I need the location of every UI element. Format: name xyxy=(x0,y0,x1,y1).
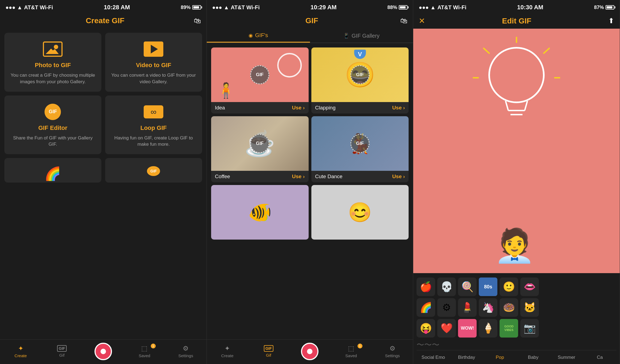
sticker-apple[interactable]: 🍎 xyxy=(417,278,435,296)
nav-create-gif[interactable]: ✦ Create xyxy=(218,345,237,358)
settings-nav-label: Settings xyxy=(178,353,193,358)
sticker-lipstick[interactable]: 💄 xyxy=(458,298,477,317)
tab-gif-gallery[interactable]: 📱 GIF Gallery xyxy=(310,28,413,43)
partial-card-2[interactable]: GIF xyxy=(105,158,202,183)
gif-label-tab: Gif xyxy=(266,353,271,357)
photo-gif-desc: You can creat a GIF by choosing multiple… xyxy=(10,72,96,85)
partial-icon-1: 🌈 xyxy=(45,166,61,181)
gif-gallery-screen: ●●● ▲ AT&T Wi-Fi 10:29 AM 88% GIF 🛍 ◉ GI… xyxy=(207,0,414,364)
loop-gif-card[interactable]: ∞ Loop GIF Having fun on GIF, create Loo… xyxy=(105,96,202,154)
sticker-row-2: 🌈 ⚙ 💄 🦄 🍩 🐱 xyxy=(417,298,616,317)
sticker-goodvibes[interactable]: GOOD VIBES xyxy=(500,319,518,338)
category-summer[interactable]: Summer xyxy=(550,353,583,362)
lightbulb-svg xyxy=(473,37,560,141)
gif-card-idea[interactable]: 🧍 GIF Idea Use › xyxy=(211,47,309,114)
sticker-camera[interactable]: 📷 xyxy=(520,319,539,338)
idea-use-button[interactable]: Use › xyxy=(292,105,305,111)
gif-card-5[interactable]: 🐠 xyxy=(211,185,309,240)
nav-gif[interactable]: GIF Gif xyxy=(52,345,72,357)
dance-footer: Cute Dance Use › xyxy=(311,171,409,182)
dance-gif-badge: GIF xyxy=(350,134,370,153)
sticker-unicorn[interactable]: 🦄 xyxy=(479,298,497,317)
video-gif-desc: You can convert a video to GIF from your… xyxy=(111,72,197,85)
record-dot xyxy=(101,349,106,354)
gif-editor-desc: Share the Fun of GIF with your Gallery G… xyxy=(10,135,96,148)
sticker-cat[interactable]: 🐱 xyxy=(520,298,539,317)
status-carrier-create: ●●● ▲ AT&T Wi-Fi xyxy=(5,4,53,11)
sticker-skull[interactable]: 💀 xyxy=(437,278,456,296)
sticker-tongue[interactable]: 😝 xyxy=(417,319,435,338)
gif-nav-label: Gif xyxy=(59,353,64,357)
wifi-icon-gif: ▲ xyxy=(224,4,229,11)
idea-sticker-figure: 🧍 xyxy=(217,82,235,99)
clapping-use-button[interactable]: Use › xyxy=(392,105,405,111)
gif-card-6[interactable]: 😊 xyxy=(311,185,409,240)
coffee-name: Coffee xyxy=(215,174,230,180)
dance-name: Cute Dance xyxy=(315,174,343,180)
clapping-footer: Clapping Use › xyxy=(311,102,409,114)
category-baby[interactable]: Baby xyxy=(516,353,550,362)
video-icon-wrap xyxy=(143,41,164,57)
coffee-use-button[interactable]: Use › xyxy=(292,174,305,180)
nav-saved-gif[interactable]: ⬚ Saved 1 xyxy=(342,345,361,358)
gif-card-dance[interactable]: 💃 GIF Cute Dance Use › xyxy=(311,116,409,182)
dance-use-button[interactable]: Use › xyxy=(392,174,405,180)
sticker-eye-gear[interactable]: ⚙ xyxy=(437,298,456,317)
saved-label-gif: Saved xyxy=(345,353,357,358)
nav-record-gif[interactable] xyxy=(300,343,319,360)
nav-gif-tab[interactable]: GIF Gif xyxy=(259,345,278,357)
sticker-donut[interactable]: 🍩 xyxy=(500,298,518,317)
sticker-wow[interactable]: WOW! xyxy=(458,319,477,338)
gif-content: 🧍 GIF Idea Use › 😄 V GIF Clapping xyxy=(207,43,413,339)
sticker-icecream[interactable]: 🍦 xyxy=(479,319,497,338)
video-icon xyxy=(144,41,163,57)
nav-saved[interactable]: ⬚ Saved 1 xyxy=(135,345,154,358)
idea-thumbnail: 🧍 GIF xyxy=(211,47,309,102)
status-time-gif: 10:29 AM xyxy=(311,4,337,11)
shop-icon-create[interactable]: 🛍 xyxy=(194,17,201,25)
edit-canvas[interactable]: 🧑‍💼 xyxy=(413,29,620,273)
category-ca[interactable]: Ca xyxy=(583,353,616,362)
gif-editor-card[interactable]: GIF GIF Editor Share the Fun of GIF with… xyxy=(4,96,101,154)
record-button-gif[interactable] xyxy=(301,343,318,360)
category-pop[interactable]: Pop xyxy=(483,353,516,362)
video-to-gif-card[interactable]: Video to GIF You can convert a video to … xyxy=(105,33,202,92)
saved-nav-icon: ⬚ xyxy=(141,345,147,352)
sticker-lollipop[interactable]: 🍭 xyxy=(458,278,477,296)
close-button-edit[interactable]: ✕ xyxy=(419,16,425,25)
gifs-tab-label: GIF's xyxy=(255,32,268,38)
face-emoji: 😊 xyxy=(348,201,372,223)
nav-settings-gif[interactable]: ⚙ Settings xyxy=(383,345,402,358)
category-social-emo[interactable]: Social Emo xyxy=(417,353,450,362)
sticker-heart[interactable]: ❤️ xyxy=(437,319,456,338)
tab-gifs[interactable]: ◉ GIF's xyxy=(207,28,310,43)
shop-icon-gif[interactable]: 🛍 xyxy=(400,17,408,25)
signal-icon-gif: ●●● xyxy=(212,4,222,11)
mountain-shape xyxy=(46,47,60,54)
clapping-thumbnail: 😄 V GIF xyxy=(311,47,409,102)
status-carrier-edit: ●●● ▲ AT&T Wi-Fi xyxy=(419,4,466,11)
nav-record-create[interactable] xyxy=(94,343,113,360)
sticker-rainbow[interactable]: 🌈 xyxy=(417,298,435,317)
sticker-80s[interactable]: 80s xyxy=(479,278,497,296)
sticker-lips[interactable]: 👄 xyxy=(520,278,539,296)
header-gif: GIF 🛍 xyxy=(207,14,413,28)
create-label-gif: Create xyxy=(221,353,234,358)
idea-ring xyxy=(277,53,302,77)
gif-card-coffee[interactable]: ☕ GIF Coffee Use › xyxy=(211,116,309,182)
signal-icon-edit: ●●● xyxy=(419,4,429,11)
item6-thumbnail: 😊 xyxy=(311,185,409,240)
settings-label-gif: Settings xyxy=(385,353,400,358)
partial-card-1[interactable]: 🌈 xyxy=(4,158,101,183)
nav-settings[interactable]: ⚙ Settings xyxy=(176,345,195,358)
sticker-smile[interactable]: 🙂 xyxy=(500,278,518,296)
gif-card-clapping[interactable]: 😄 V GIF Clapping Use › xyxy=(311,47,409,114)
nav-create[interactable]: ✦ Create xyxy=(11,345,30,358)
share-icon-edit[interactable]: ⬆ xyxy=(608,17,614,25)
photo-to-gif-card[interactable]: Photo to GIF You can creat a GIF by choo… xyxy=(4,33,101,92)
record-button-create[interactable] xyxy=(95,343,112,360)
loop-icon: ∞ xyxy=(144,105,163,118)
svg-line-2 xyxy=(525,101,527,111)
category-birthday[interactable]: Birthday xyxy=(450,353,483,362)
status-bar-gif: ●●● ▲ AT&T Wi-Fi 10:29 AM 88% xyxy=(207,0,413,14)
